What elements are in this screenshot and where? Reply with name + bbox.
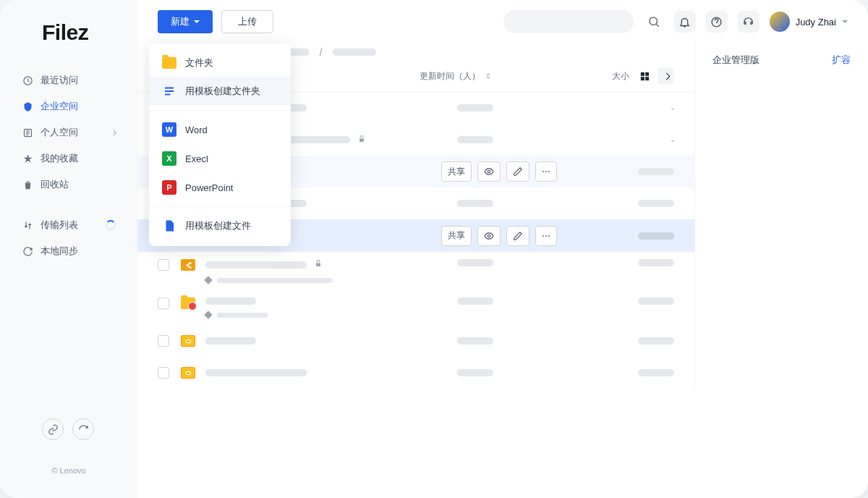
- expand-link[interactable]: 扩容: [832, 54, 851, 67]
- excel-icon: X: [162, 151, 176, 166]
- sync-icon: [22, 245, 33, 257]
- chevron-right-icon: [111, 130, 116, 135]
- breadcrumb-segment[interactable]: [333, 48, 376, 56]
- table-row[interactable]: [137, 252, 694, 290]
- svg-rect-7: [645, 77, 649, 80]
- avatar: [770, 12, 790, 32]
- svg-point-2: [650, 17, 658, 25]
- app-window: Filez 最近访问 企业空间 个人空间 我的收藏 回收站: [0, 0, 868, 498]
- svg-rect-5: [645, 72, 649, 75]
- caret-down-icon: [842, 20, 848, 23]
- main-content: 新建 上传 Judy Zhai 文件夹: [137, 0, 868, 498]
- tag-icon: [204, 276, 212, 284]
- row-checkbox[interactable]: [158, 335, 169, 347]
- share-button[interactable]: 共享: [441, 161, 472, 182]
- view-button[interactable]: [477, 161, 501, 182]
- enterprise-icon: [22, 101, 33, 112]
- lock-icon: [314, 259, 323, 270]
- view-button[interactable]: [477, 226, 501, 246]
- logo: Filez: [0, 20, 137, 68]
- dropdown-item-excel[interactable]: X Execl: [149, 144, 291, 173]
- sidebar-item-label: 传输列表: [41, 219, 78, 232]
- sidebar-item-label: 回收站: [41, 178, 69, 191]
- spinner-icon: [106, 220, 116, 230]
- box-folder-icon: [181, 335, 195, 347]
- svg-point-9: [488, 170, 490, 173]
- more-button[interactable]: ⋯: [535, 226, 557, 246]
- folder-badge-icon: [181, 297, 195, 309]
- headset-button[interactable]: [738, 11, 760, 33]
- sidebar-item-label: 企业空间: [41, 100, 78, 113]
- sidebar-item-recent[interactable]: 最近访问: [13, 68, 124, 93]
- svg-rect-6: [640, 77, 644, 80]
- sidebar-item-trash[interactable]: 回收站: [13, 172, 124, 197]
- table-row[interactable]: [137, 357, 694, 389]
- sidebar-item-enterprise[interactable]: 企业空间: [13, 94, 124, 119]
- sidebar-item-label: 本地同步: [41, 245, 78, 258]
- caret-down-icon: [194, 20, 200, 23]
- refresh-button[interactable]: [72, 418, 94, 440]
- dropdown-item-word[interactable]: W Word: [149, 115, 291, 144]
- sidebar-item-transfer[interactable]: 传输列表: [13, 213, 124, 237]
- topbar: 新建 上传 Judy Zhai: [137, 0, 868, 41]
- svg-rect-4: [640, 72, 644, 75]
- table-row[interactable]: [137, 325, 694, 357]
- help-button[interactable]: [706, 11, 728, 33]
- sidebar-item-favorites[interactable]: 我的收藏: [13, 146, 124, 171]
- folder-icon: [162, 57, 176, 69]
- search-icon[interactable]: [644, 12, 664, 32]
- column-time[interactable]: 更新时间（人）: [420, 70, 564, 83]
- more-button[interactable]: ⋯: [535, 161, 557, 182]
- new-button[interactable]: 新建: [158, 10, 213, 33]
- new-dropdown: 文件夹 用模板创建文件夹 W Word X Execl P PowerPoint: [149, 43, 291, 246]
- notifications-button[interactable]: [674, 11, 696, 33]
- lock-icon: [357, 135, 366, 145]
- box-folder-icon: [181, 367, 195, 379]
- edit-button[interactable]: [506, 161, 529, 182]
- sidebar-item-label: 个人空间: [41, 126, 78, 139]
- transfer-icon: [22, 219, 33, 231]
- panel-toggle-button[interactable]: [658, 68, 674, 84]
- trash-icon: [22, 179, 33, 190]
- user-name: Judy Zhai: [796, 17, 836, 28]
- dropdown-item-ppt[interactable]: P PowerPoint: [149, 173, 291, 202]
- powerpoint-icon: P: [162, 180, 176, 195]
- dropdown-item-folder[interactable]: 文件夹: [149, 49, 291, 77]
- right-panel-title: 企业管理版: [712, 54, 760, 67]
- user-menu[interactable]: Judy Zhai: [770, 12, 848, 32]
- table-row[interactable]: [137, 290, 694, 325]
- breadcrumb-separator: /: [320, 46, 323, 58]
- star-icon: [22, 153, 33, 164]
- search-input[interactable]: [503, 10, 634, 33]
- svg-point-10: [488, 235, 490, 237]
- sidebar: Filez 最近访问 企业空间 个人空间 我的收藏 回收站: [0, 0, 137, 498]
- person-icon: [22, 127, 33, 138]
- edit-button[interactable]: [506, 226, 529, 246]
- copyright: © Lenovo: [13, 455, 124, 486]
- sidebar-item-label: 我的收藏: [41, 152, 78, 165]
- right-panel: 企业管理版 扩容: [694, 41, 868, 389]
- column-size[interactable]: 大小: [564, 70, 629, 83]
- svg-rect-11: [316, 263, 320, 267]
- view-grid-icon[interactable]: [637, 68, 652, 84]
- dropdown-item-folder-template[interactable]: 用模板创建文件夹: [149, 77, 291, 106]
- template-icon: [162, 84, 176, 98]
- sidebar-bottom: © Lenovo: [0, 418, 137, 486]
- word-icon: W: [162, 122, 176, 137]
- upload-button[interactable]: 上传: [221, 10, 273, 33]
- dropdown-item-file-template[interactable]: 用模板创建文件: [149, 211, 291, 240]
- file-icon: [162, 219, 176, 233]
- clock-icon: [22, 75, 33, 86]
- row-checkbox[interactable]: [158, 297, 169, 309]
- sidebar-item-label: 最近访问: [41, 74, 78, 87]
- tag-icon: [204, 311, 212, 318]
- link-button[interactable]: [42, 418, 64, 440]
- sidebar-item-sync[interactable]: 本地同步: [13, 239, 124, 263]
- svg-rect-8: [359, 138, 364, 142]
- sidebar-nav: 最近访问 企业空间 个人空间 我的收藏 回收站 传输列表: [0, 68, 137, 263]
- shared-folder-icon: [181, 259, 195, 271]
- sidebar-item-personal[interactable]: 个人空间: [13, 120, 124, 145]
- row-checkbox[interactable]: [158, 259, 169, 271]
- row-checkbox[interactable]: [158, 367, 169, 379]
- share-button[interactable]: 共享: [441, 226, 472, 246]
